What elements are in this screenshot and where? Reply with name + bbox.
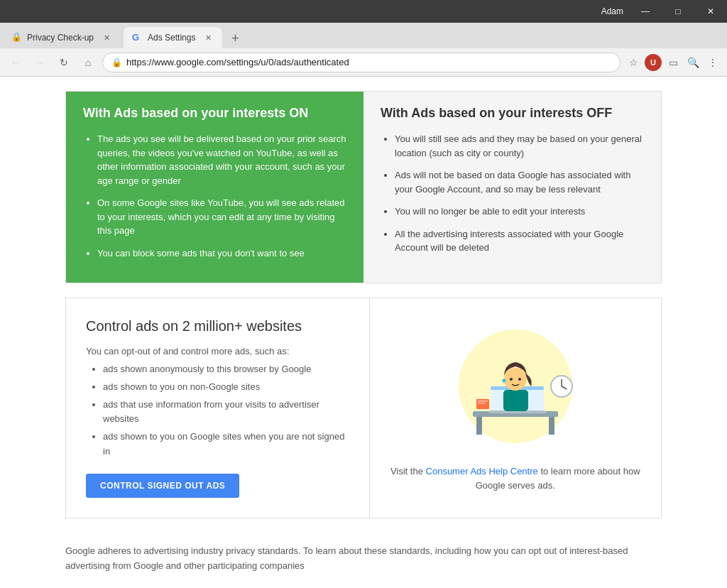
svg-rect-14 [478, 403, 485, 404]
list-item: ads shown to you on Google sites when yo… [103, 430, 349, 459]
svg-point-8 [504, 368, 527, 391]
ads-on-title: With Ads based on your interests ON [83, 106, 346, 121]
control-section: Control ads on 2 million+ websites You c… [65, 298, 370, 518]
illustration-text: Visit the Consumer Ads Help Centre to le… [384, 464, 647, 494]
list-item: ads shown to you on non-Google sites [103, 380, 349, 395]
list-item: The ads you see will be delivered based … [97, 132, 346, 187]
comparison-table: With Ads based on your interests ON The … [65, 91, 662, 283]
page-content: With Ads based on your interests ON The … [0, 77, 727, 588]
list-item: On some Google sites like YouTube, you w… [97, 196, 346, 238]
new-tab-button[interactable]: + [225, 28, 245, 48]
ads-on-list: The ads you see will be delivered based … [83, 132, 346, 260]
window-controls: — □ ✕ [629, 0, 727, 23]
tab-ads-settings[interactable]: G Ads Settings ✕ [124, 27, 222, 48]
list-item: All the advertising interests associated… [395, 227, 644, 255]
illustration-section: Visit the Consumer Ads Help Centre to le… [370, 298, 662, 518]
svg-rect-7 [503, 390, 528, 411]
tab-title-privacy: Privacy Check-up [27, 33, 94, 43]
home-button[interactable]: ⌂ [78, 53, 98, 72]
back-button[interactable]: ← [6, 53, 26, 72]
ads-off-column: With Ads based on your interests OFF You… [364, 92, 661, 283]
tab-close-privacy[interactable]: ✕ [101, 32, 112, 43]
url-text: https://www.google.com/settings/u/0/ads/… [126, 57, 349, 67]
illustration-image [452, 322, 579, 450]
list-item: You will no longer be able to edit your … [395, 205, 644, 219]
minimize-button[interactable]: — [629, 0, 662, 23]
cast-icon[interactable]: ▭ [665, 54, 682, 71]
svg-rect-2 [476, 417, 482, 435]
extension-icon1[interactable]: U [645, 54, 662, 71]
title-bar: Adam — □ ✕ [0, 0, 727, 23]
ads-off-title: With Ads based on your interests OFF [381, 106, 644, 121]
maximize-button[interactable]: □ [662, 0, 694, 23]
illustration-text-before: Visit the [390, 466, 426, 477]
control-signed-out-ads-button[interactable]: CONTROL SIGNED OUT ADS [86, 474, 239, 498]
consumer-ads-help-link[interactable]: Consumer Ads Help Centre [426, 466, 538, 477]
tab-close-ads[interactable]: ✕ [202, 32, 214, 43]
svg-point-11 [502, 379, 505, 382]
control-section-title: Control ads on 2 million+ websites [86, 318, 349, 334]
menu-icon[interactable]: ⋮ [704, 54, 721, 71]
svg-rect-3 [549, 417, 554, 435]
svg-point-9 [510, 378, 513, 381]
forward-button[interactable]: → [30, 53, 50, 72]
user-name: Adam [601, 6, 623, 16]
ads-off-list: You will still see ads and they may be b… [381, 132, 644, 255]
tab-title-ads: Ads Settings [148, 33, 195, 43]
list-item: ads that use information from your visit… [103, 398, 349, 428]
list-item: ads shown anonymously to this browser by… [103, 362, 349, 377]
tab-bar: 🔒 Privacy Check-up ✕ G Ads Settings ✕ + [0, 23, 727, 48]
bottom-sections: Control ads on 2 million+ websites You c… [65, 298, 662, 518]
url-bar[interactable]: 🔒 https://www.google.com/settings/u/0/ad… [102, 53, 621, 72]
bookmark-icon[interactable]: ☆ [625, 54, 642, 71]
list-item: You can block some ads that you don't wa… [97, 246, 346, 261]
close-button[interactable]: ✕ [694, 0, 727, 23]
lock-icon: 🔒 [111, 58, 122, 67]
list-item: You will still see ads and they may be b… [395, 132, 644, 160]
control-list: ads shown anonymously to this browser by… [86, 362, 349, 459]
svg-point-10 [518, 378, 521, 381]
tab-privacy-checkup[interactable]: 🔒 Privacy Check-up ✕ [3, 27, 121, 48]
reload-button[interactable]: ↻ [54, 53, 74, 72]
bottom-info: Google adheres to advertising industry p… [65, 533, 662, 585]
search-icon[interactable]: 🔍 [684, 54, 701, 71]
address-bar: ← → ↻ ⌂ 🔒 https://www.google.com/setting… [0, 48, 727, 77]
tab-favicon-ads: G [132, 32, 143, 43]
address-bar-actions: ☆ U ▭ 🔍 ⋮ [625, 54, 721, 71]
page-inner: With Ads based on your interests ON The … [65, 77, 662, 584]
svg-rect-13 [478, 401, 488, 402]
list-item: Ads will not be based on data Google has… [395, 168, 644, 196]
ads-on-column: With Ads based on your interests ON The … [66, 92, 364, 283]
control-section-desc: You can opt-out of and control more ads,… [86, 346, 349, 356]
tab-favicon-privacy: 🔒 [11, 32, 23, 43]
bottom-info-text: Google adheres to advertising industry p… [65, 545, 628, 571]
